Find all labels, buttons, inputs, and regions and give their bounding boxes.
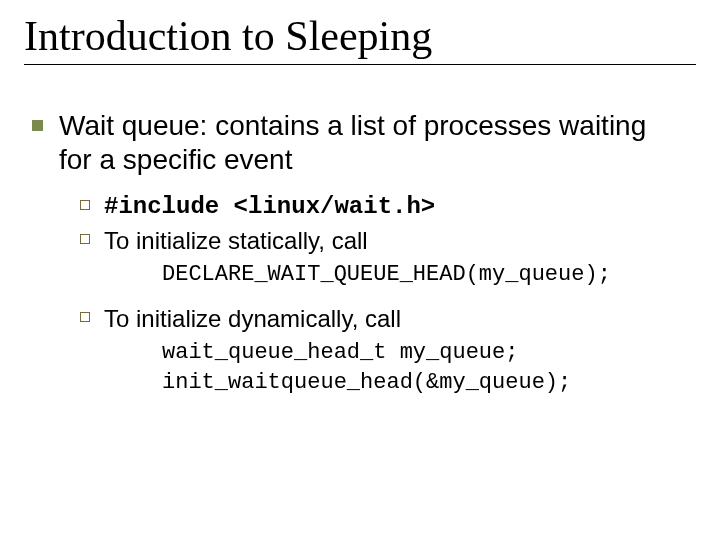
open-square-bullet-icon bbox=[80, 200, 90, 210]
square-bullet-icon bbox=[32, 120, 43, 131]
code-line: init_waitqueue_head(&my_queue); bbox=[162, 368, 696, 398]
title-underline: Introduction to Sleeping bbox=[24, 14, 696, 65]
bullet-level2: To initialize dynamically, call bbox=[80, 304, 696, 334]
bullet-level2: #include <linux/wait.h> bbox=[80, 192, 696, 222]
include-directive: #include <linux/wait.h> bbox=[104, 192, 435, 222]
slide-title: Introduction to Sleeping bbox=[24, 14, 696, 58]
open-square-bullet-icon bbox=[80, 234, 90, 244]
bullet-level2: To initialize statically, call bbox=[80, 226, 696, 256]
slide: Introduction to Sleeping Wait queue: con… bbox=[0, 0, 720, 540]
bullet-level1: Wait queue: contains a list of processes… bbox=[32, 109, 696, 176]
code-line: wait_queue_head_t my_queue; bbox=[162, 338, 696, 368]
dynamic-init-label: To initialize dynamically, call bbox=[104, 304, 401, 334]
level2-group: #include <linux/wait.h> To initialize st… bbox=[80, 192, 696, 397]
static-init-label: To initialize statically, call bbox=[104, 226, 368, 256]
code-line: DECLARE_WAIT_QUEUE_HEAD(my_queue); bbox=[162, 260, 696, 290]
code-block: wait_queue_head_t my_queue; init_waitque… bbox=[162, 338, 696, 397]
level1-text: Wait queue: contains a list of processes… bbox=[59, 109, 669, 176]
open-square-bullet-icon bbox=[80, 312, 90, 322]
